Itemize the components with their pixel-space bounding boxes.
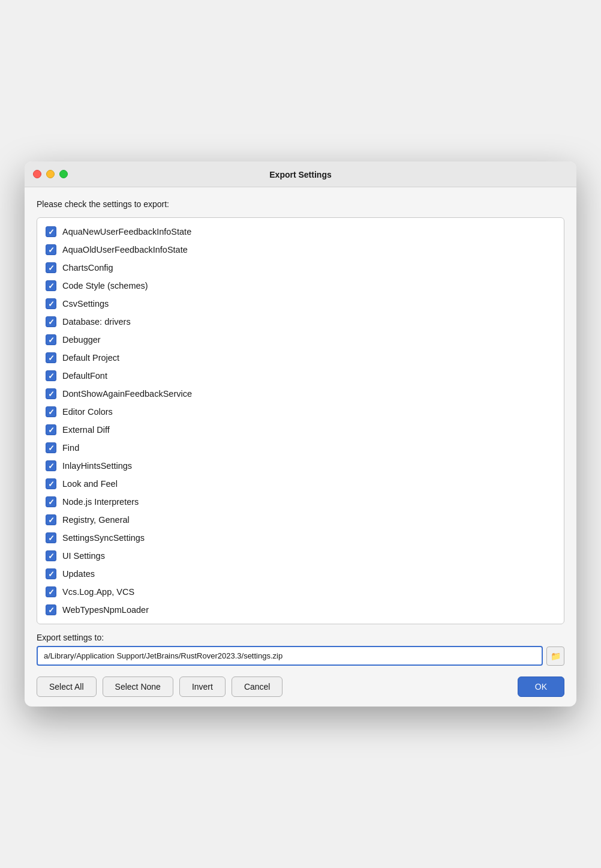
list-item[interactable]: ✓Code Style (schemes) [37, 277, 564, 295]
item-label-DatabaseDrivers: Database: drivers [62, 317, 131, 327]
checkmark-icon: ✓ [48, 552, 55, 560]
checkmark-icon: ✓ [48, 444, 55, 452]
item-label-Updates: Updates [62, 569, 95, 579]
list-item[interactable]: ✓InlayHintsSettings [37, 457, 564, 475]
item-label-ChartsConfig: ChartsConfig [62, 263, 113, 273]
item-label-DefaultProject: Default Project [62, 353, 119, 363]
item-label-ExternalDiff: External Diff [62, 425, 110, 435]
close-button[interactable] [33, 170, 41, 178]
folder-icon: 📁 [551, 651, 561, 661]
list-item[interactable]: ✓Database: drivers [37, 313, 564, 331]
checkmark-icon: ✓ [48, 516, 55, 524]
checkbox-Find[interactable]: ✓ [46, 442, 56, 453]
list-item[interactable]: ✓Default Project [37, 349, 564, 367]
minimize-button[interactable] [46, 170, 55, 178]
item-label-SettingsSyncSettings: SettingsSyncSettings [62, 533, 145, 543]
item-label-DontShowAgainFeedbackService: DontShowAgainFeedbackService [62, 389, 192, 399]
maximize-button[interactable] [59, 170, 68, 178]
list-item[interactable]: ✓UI Settings [37, 547, 564, 565]
window-controls [33, 170, 68, 178]
cancel-button[interactable]: Cancel [232, 677, 283, 697]
window-title: Export Settings [269, 170, 331, 179]
list-item[interactable]: ✓Updates [37, 565, 564, 583]
checkmark-icon: ✓ [48, 588, 55, 596]
checkmark-icon: ✓ [48, 498, 55, 506]
select-all-button[interactable]: Select All [37, 677, 97, 697]
list-item[interactable]: ✓Vcs.Log.App, VCS [37, 583, 564, 601]
list-item[interactable]: ✓AquaOldUserFeedbackInfoState [37, 241, 564, 259]
list-item[interactable]: ✓Look and Feel [37, 475, 564, 493]
list-item[interactable]: ✓Editor Colors [37, 403, 564, 421]
checkbox-ChartsConfig[interactable]: ✓ [46, 262, 56, 273]
checkmark-icon: ✓ [48, 264, 55, 272]
checkmark-icon: ✓ [48, 372, 55, 380]
list-item[interactable]: ✓Find [37, 439, 564, 457]
item-label-EditorColors: Editor Colors [62, 407, 113, 417]
list-item[interactable]: ✓Node.js Interpreters [37, 493, 564, 511]
checkmark-icon: ✓ [48, 426, 55, 434]
item-label-LookAndFeel: Look and Feel [62, 479, 118, 489]
checkmark-icon: ✓ [48, 462, 55, 470]
checkbox-InlayHintsSettings[interactable]: ✓ [46, 460, 56, 471]
checkmark-icon: ✓ [48, 570, 55, 578]
item-label-CsvSettings: CsvSettings [62, 299, 109, 309]
item-label-DefaultFont: DefaultFont [62, 371, 107, 381]
export-to-section: Export settings to: 📁 [37, 633, 564, 666]
checkmark-icon: ✓ [48, 408, 55, 416]
browse-button[interactable]: 📁 [546, 646, 564, 666]
checkmark-icon: ✓ [48, 534, 55, 542]
checkbox-SettingsSyncSettings[interactable]: ✓ [46, 532, 56, 543]
checkbox-Debugger[interactable]: ✓ [46, 334, 56, 345]
content-area: Please check the settings to export: ✓Aq… [25, 187, 576, 707]
button-row: Select All Select None Invert Cancel OK [37, 674, 564, 697]
list-item[interactable]: ✓Debugger [37, 331, 564, 349]
checkbox-AquaNewUserFeedbackInfoState[interactable]: ✓ [46, 226, 56, 237]
checkbox-NodejsInterpreters[interactable]: ✓ [46, 496, 56, 507]
item-label-InlayHintsSettings: InlayHintsSettings [62, 461, 132, 471]
checkmark-icon: ✓ [48, 606, 55, 614]
checkbox-DefaultFont[interactable]: ✓ [46, 370, 56, 381]
list-item[interactable]: ✓SettingsSyncSettings [37, 529, 564, 547]
list-item[interactable]: ✓DontShowAgainFeedbackService [37, 385, 564, 403]
checkbox-UISettings[interactable]: ✓ [46, 550, 56, 561]
item-label-RegistryGeneral: Registry, General [62, 515, 130, 525]
checkmark-icon: ✓ [48, 318, 55, 326]
checkbox-CodeStyle[interactable]: ✓ [46, 280, 56, 291]
checkmark-icon: ✓ [48, 480, 55, 488]
checkbox-EditorColors[interactable]: ✓ [46, 406, 56, 417]
invert-button[interactable]: Invert [179, 677, 226, 697]
select-none-button[interactable]: Select None [103, 677, 173, 697]
checkbox-DontShowAgainFeedbackService[interactable]: ✓ [46, 388, 56, 399]
checkbox-AquaOldUserFeedbackInfoState[interactable]: ✓ [46, 244, 56, 255]
checkbox-CsvSettings[interactable]: ✓ [46, 298, 56, 309]
checkmark-icon: ✓ [48, 354, 55, 362]
list-item[interactable]: ✓AquaNewUserFeedbackInfoState [37, 223, 564, 241]
checkbox-DatabaseDrivers[interactable]: ✓ [46, 316, 56, 327]
export-path-input[interactable] [37, 646, 543, 666]
checkbox-ExternalDiff[interactable]: ✓ [46, 424, 56, 435]
checkbox-VcsLogApp[interactable]: ✓ [46, 586, 56, 597]
list-item[interactable]: ✓ChartsConfig [37, 259, 564, 277]
checkbox-WebTypesNpmLoader[interactable]: ✓ [46, 604, 56, 615]
titlebar: Export Settings [25, 161, 576, 187]
list-item[interactable]: ✓CsvSettings [37, 295, 564, 313]
list-item[interactable]: ✓External Diff [37, 421, 564, 439]
item-label-UISettings: UI Settings [62, 551, 105, 561]
list-item[interactable]: ✓WebTypesNpmLoader [37, 601, 564, 619]
checkbox-RegistryGeneral[interactable]: ✓ [46, 514, 56, 525]
export-settings-window: Export Settings Please check the setting… [25, 161, 576, 707]
item-label-Find: Find [62, 443, 79, 453]
checkmark-icon: ✓ [48, 336, 55, 344]
item-label-AquaNewUserFeedbackInfoState: AquaNewUserFeedbackInfoState [62, 227, 191, 237]
checkbox-DefaultProject[interactable]: ✓ [46, 352, 56, 363]
list-item[interactable]: ✓Registry, General [37, 511, 564, 529]
checkbox-LookAndFeel[interactable]: ✓ [46, 478, 56, 489]
checkmark-icon: ✓ [48, 390, 55, 398]
list-item[interactable]: ✓DefaultFont [37, 367, 564, 385]
settings-list: ✓AquaNewUserFeedbackInfoState✓AquaOldUse… [37, 217, 564, 624]
checkmark-icon: ✓ [48, 246, 55, 254]
checkmark-icon: ✓ [48, 282, 55, 290]
checkbox-Updates[interactable]: ✓ [46, 568, 56, 579]
item-label-Debugger: Debugger [62, 335, 101, 345]
ok-button[interactable]: OK [518, 677, 564, 697]
